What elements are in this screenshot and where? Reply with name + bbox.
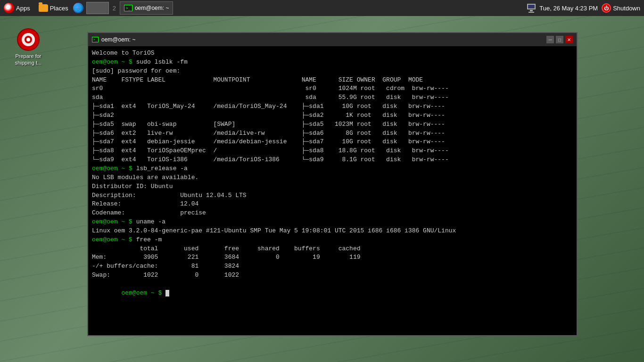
apps-menu[interactable]: Apps (0, 0, 34, 16)
terminal-taskbar-label: oem@oem: ~ (135, 5, 169, 11)
term-line-sda1: ├─sda1 ext4 ToriOS_May-24 /media/ToriOS_… (92, 102, 573, 111)
minimize-button[interactable]: ─ (546, 36, 554, 43)
term-line-cmd2: oem@oem ~ $ lsb_release -a (92, 165, 573, 173)
blank-window-button[interactable] (86, 2, 109, 14)
terminal-content[interactable]: Welcome to ToriOS oem@oem ~ $ sudo lsblk… (88, 46, 577, 335)
apps-label: Apps (16, 5, 30, 12)
terminal-window: >_ oem@oem: ~ ─ □ ✕ Welcome to ToriOS oe… (87, 32, 578, 336)
terminal-title-text: oem@oem: ~ (101, 36, 544, 43)
term-line-lsblk-header: NAME FSTYPE LABEL MOUNTPOINT NAME SIZE O… (92, 76, 573, 85)
prepare-shipping-icon[interactable]: Prepare for shipping t... (9, 28, 47, 66)
term-line-uname: Linux oem 3.2.0-84-generic-pae #121-Ubun… (92, 227, 573, 236)
apps-icon (4, 3, 14, 13)
places-menu[interactable]: Places (35, 0, 72, 16)
network-screen (527, 4, 536, 9)
term-line-cmd3: oem@oem ~ $ uname -a (92, 218, 573, 227)
desktop-icon-svg (17, 28, 40, 51)
term-line-release: Release: 12.04 (92, 200, 573, 209)
svg-rect-2 (27, 29, 30, 33)
network-icon[interactable] (527, 4, 536, 13)
term-line-no-lsb: No LSB modules are available. (92, 173, 573, 182)
term-line-sda: sda sda 55.9G root disk brw-rw---- (92, 93, 573, 102)
taskbar: Apps Places 🌐 2 >_ oem@oem: ~ (0, 0, 644, 16)
shutdown-label: Shutdown (613, 5, 640, 12)
term-line-free-swap: Swap: 1022 0 1022 (92, 271, 573, 280)
term-line-welcome: Welcome to ToriOS (92, 49, 573, 58)
svg-rect-4 (18, 38, 22, 41)
maximize-button[interactable]: □ (556, 36, 563, 43)
term-line-sda8: ├─sda8 ext4 ToriOSpaeOEMprec / ├─sda8 18… (92, 147, 573, 156)
close-button[interactable]: ✕ (565, 36, 573, 43)
taskbar-left: Apps Places 🌐 2 >_ oem@oem: ~ (0, 0, 173, 16)
terminal-cursor (165, 290, 169, 296)
term-line-cmd4: oem@oem ~ $ free -m (92, 236, 573, 245)
term-line-sudo: [sudo] password for oem: (92, 67, 573, 76)
term-line-sda9: └─sda9 ext4 ToriOS-i386 /media/ToriOS-i3… (92, 156, 573, 165)
term-line-sr0: sr0 sr0 1024M root cdrom brw-rw---- (92, 84, 573, 93)
term-line-sda5: ├─sda5 swap obi-swap [SWAP] ├─sda5 1023M… (92, 120, 573, 129)
term-line-free-mem: Mem: 3905 221 3684 0 19 119 (92, 253, 573, 262)
term-line-description: Description: Ubuntu 12.04.5 LTS (92, 191, 573, 200)
term-line-cmd1: oem@oem ~ $ sudo lsblk -fm (92, 58, 573, 67)
browser-icon[interactable]: 🌐 (73, 3, 83, 13)
term-line-free-buf: -/+ buffers/cache: 81 3824 (92, 262, 573, 271)
terminal-taskbar-icon: >_ (124, 5, 132, 11)
terminal-titlebar: >_ oem@oem: ~ ─ □ ✕ (88, 33, 577, 46)
term-line-sda2: ├─sda2 ├─sda2 1K root disk brw-rw---- (92, 111, 573, 120)
term-line-free-header: total used free shared buffers cached (92, 245, 573, 254)
term-line-distrib-id: Distributor ID: Ubuntu (92, 182, 573, 191)
datetime: Tue, 26 May 4:23 PM (539, 5, 598, 12)
term-line-sda7: ├─sda7 ext4 debian-jessie /media/debian-… (92, 138, 573, 147)
shutdown-button[interactable]: ⏻ Shutdown (602, 3, 640, 13)
network-base (528, 12, 534, 13)
term-line-sda6: ├─sda6 ext2 live-rw /media/live-rw ├─sda… (92, 129, 573, 138)
desktop-icon-label: Prepare for shipping t... (9, 53, 47, 66)
places-label: Places (50, 5, 68, 12)
power-icon: ⏻ (602, 3, 611, 13)
terminal-title-icon: >_ (92, 37, 99, 42)
network-stand (530, 10, 533, 11)
desktop-icon-image (17, 28, 40, 51)
taskbar-right: Tue, 26 May 4:23 PM ⏻ Shutdown (527, 3, 644, 13)
folder-icon (39, 4, 48, 12)
svg-rect-3 (27, 46, 30, 50)
terminal-controls: ─ □ ✕ (546, 36, 573, 43)
taskbar-separator: 2 (110, 5, 119, 12)
svg-rect-5 (35, 38, 39, 41)
desktop: Apps Places 🌐 2 >_ oem@oem: ~ (0, 0, 644, 362)
term-line-codename: Codename: precise (92, 209, 573, 218)
terminal-taskbar-button[interactable]: >_ oem@oem: ~ (120, 1, 173, 15)
svg-point-7 (26, 38, 30, 41)
term-line-final-prompt: oem@oem ~ $ (92, 280, 573, 307)
